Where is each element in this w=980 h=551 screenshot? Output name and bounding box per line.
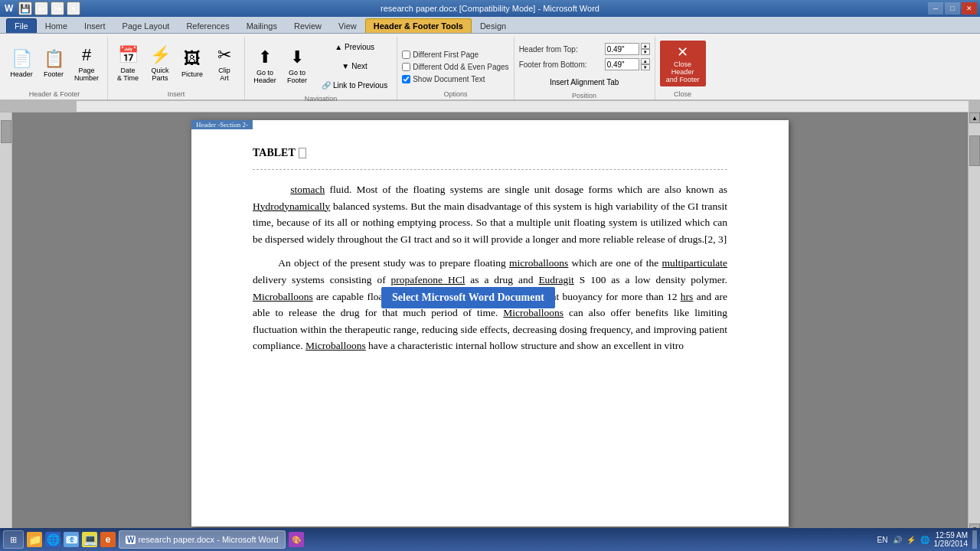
close-btn[interactable]: ✕ xyxy=(962,2,977,15)
insert-buttons: 📅 Date& Time ⚡ QuickParts 🖼 Picture ✂ Cl… xyxy=(113,38,240,89)
show-document-text-checkbox[interactable]: Show Document Text xyxy=(402,75,508,83)
undo-quick-btn[interactable]: ↩ xyxy=(34,2,48,15)
different-odd-even-label: Different Odd & Even Pages xyxy=(413,63,508,71)
ribbon-group-close: ✕ Close Headerand Footer Close xyxy=(657,37,710,99)
go-to-footer-btn[interactable]: ⬇ Go toFooter xyxy=(282,43,312,89)
document-body[interactable]: stomach fluid. Most of the floating syst… xyxy=(253,181,727,354)
vertical-scrollbar[interactable]: ▲ ▼ xyxy=(968,112,980,534)
link-icon: 🔗 xyxy=(322,81,331,90)
minimize-btn[interactable]: ─ xyxy=(928,2,943,15)
volume-icon[interactable]: 🔊 xyxy=(893,536,902,544)
previous-btn[interactable]: ▲ Previous xyxy=(317,38,392,55)
link-microballoons-2[interactable]: Microballoons xyxy=(253,291,313,302)
taskbar-word-window[interactable]: W research paper.docx - Microsoft Word xyxy=(119,530,286,549)
link-eudragit[interactable]: Eudragit xyxy=(538,274,574,285)
picture-btn[interactable]: 🖼 Picture xyxy=(177,41,207,86)
save-quick-btn[interactable]: 💾 xyxy=(18,2,32,15)
paragraph-1: stomach fluid. Most of the floating syst… xyxy=(253,181,727,247)
quick-parts-label: QuickParts xyxy=(152,67,169,82)
tab-design[interactable]: Design xyxy=(472,18,514,33)
date-time-btn[interactable]: 📅 Date& Time xyxy=(113,41,143,86)
header-btn[interactable]: 📄 Header xyxy=(6,41,37,86)
header-from-top-label: Header from Top: xyxy=(519,45,603,54)
ribbon: 📄 Header 📋 Footer # PageNumber Header & … xyxy=(0,34,980,101)
header-top-down-arrow[interactable]: ▼ xyxy=(641,49,650,55)
different-first-page-checkbox[interactable]: Different First Page xyxy=(402,51,508,59)
date-time-label: Date& Time xyxy=(117,67,139,82)
link-propafenone[interactable]: propafenone HCl xyxy=(391,274,466,285)
clock: 12:59 AM 1/28/2014 xyxy=(934,531,969,548)
footer-bottom-down-arrow[interactable]: ▼ xyxy=(641,64,650,70)
show-document-text-input[interactable] xyxy=(402,75,410,83)
footer-bottom-up-arrow[interactable]: ▲ xyxy=(641,58,650,64)
taskbar-app-email[interactable]: 📧 xyxy=(64,532,79,547)
show-desktop-btn[interactable] xyxy=(972,530,977,549)
close-header-footer-btn[interactable]: ✕ Close Headerand Footer xyxy=(660,41,706,86)
header-from-top-input[interactable] xyxy=(605,43,639,55)
taskbar-app-paint[interactable]: 🎨 xyxy=(289,532,304,547)
link-stomach[interactable]: stomach xyxy=(290,184,325,195)
scroll-up-btn[interactable]: ▲ xyxy=(969,112,980,123)
tab-page-layout[interactable]: Page Layout xyxy=(114,18,178,33)
taskbar: ⊞ 📁 🌐 📧 💻 e W research paper.docx - Micr… xyxy=(0,528,980,551)
page-number-btn[interactable]: # PageNumber xyxy=(70,41,103,86)
header-footer-group-label: Header & Footer xyxy=(6,89,103,98)
next-btn[interactable]: ▼ Next xyxy=(317,57,392,74)
header-top-up-arrow[interactable]: ▲ xyxy=(641,43,650,49)
taskbar-app-browser2[interactable]: e xyxy=(100,532,116,547)
tab-view[interactable]: View xyxy=(330,18,365,33)
link-to-previous-btn[interactable]: 🔗 Link to Previous xyxy=(317,77,392,93)
show-document-text-label: Show Document Text xyxy=(413,75,485,83)
vertical-scroll-thumb-left[interactable] xyxy=(1,120,11,143)
taskbar-app-explorer2[interactable]: 💻 xyxy=(82,532,97,547)
start-button[interactable]: ⊞ xyxy=(3,530,24,549)
footer-bottom-arrows: ▲ ▼ xyxy=(641,58,650,70)
previous-icon: ▲ xyxy=(335,43,342,51)
taskbar-left: ⊞ 📁 🌐 📧 💻 e W research paper.docx - Micr… xyxy=(3,530,304,549)
qa-dropdown[interactable]: ▼ xyxy=(67,2,80,15)
different-first-page-input[interactable] xyxy=(402,51,410,59)
ribbon-group-options: Different First Page Different Odd & Eve… xyxy=(399,37,514,99)
link-multiparticulate[interactable]: multiparticulate xyxy=(662,257,727,269)
link-microballoons-3[interactable]: Microballoons xyxy=(503,307,564,318)
footer-btn-label: Footer xyxy=(44,70,64,78)
network-icon: 🌐 xyxy=(920,536,929,544)
position-group-label: Position xyxy=(519,90,650,99)
tab-file[interactable]: File xyxy=(6,18,37,33)
footer-btn[interactable]: 📋 Footer xyxy=(38,41,69,86)
word-logo: W xyxy=(5,3,13,14)
tab-review[interactable]: Review xyxy=(286,18,330,33)
title-bar: W 💾 ↩ ↪ ▼ research paper.docx [Compatibi… xyxy=(0,0,980,17)
link-hydrodynamically[interactable]: Hydrodynamically xyxy=(253,201,330,212)
tab-insert[interactable]: Insert xyxy=(76,18,114,33)
link-label: Link to Previous xyxy=(333,81,387,90)
insert-alignment-tab-btn[interactable]: Insert Alignment Tab xyxy=(519,73,650,90)
different-odd-even-checkbox[interactable]: Different Odd & Even Pages xyxy=(402,63,508,71)
different-first-page-label: Different First Page xyxy=(413,51,479,59)
tab-header-footer-tools[interactable]: Header & Footer Tools xyxy=(365,18,472,33)
page-number-icon: # xyxy=(82,45,91,65)
go-to-header-btn[interactable]: ⬆ Go toHeader xyxy=(250,43,280,89)
different-odd-even-input[interactable] xyxy=(402,63,410,71)
footer-from-bottom-input[interactable] xyxy=(605,58,639,70)
taskbar-app-explorer[interactable]: 📁 xyxy=(27,532,42,547)
redo-quick-btn[interactable]: ↪ xyxy=(51,2,64,15)
page-number-label: PageNumber xyxy=(74,67,99,82)
tab-home[interactable]: Home xyxy=(37,18,76,33)
goto-footer-label: Go toFooter xyxy=(287,69,307,84)
scroll-thumb[interactable] xyxy=(969,135,980,166)
taskbar-app-browser1[interactable]: 🌐 xyxy=(45,532,60,547)
ribbon-group-position: Header from Top: ▲ ▼ Footer from Bottom:… xyxy=(516,37,655,99)
ribbon-group-navigation: ⬆ Go toHeader ⬇ Go toFooter ▲ Previous ▼… xyxy=(247,37,397,99)
goto-header-icon: ⬆ xyxy=(258,47,272,67)
link-microballoons-1[interactable]: microballoons xyxy=(509,257,568,269)
tab-references[interactable]: References xyxy=(178,18,237,33)
maximize-btn[interactable]: □ xyxy=(945,2,960,15)
quick-parts-icon: ⚡ xyxy=(150,45,171,65)
link-microballoons-4[interactable]: Microballoons xyxy=(305,340,366,351)
link-hrs[interactable]: hrs xyxy=(681,291,694,302)
select-microsoft-word-popup[interactable]: Select Microsoft Word Document xyxy=(381,287,555,308)
quick-parts-btn[interactable]: ⚡ QuickParts xyxy=(145,41,175,86)
tab-mailings[interactable]: Mailings xyxy=(238,18,286,33)
clip-art-btn[interactable]: ✂ ClipArt xyxy=(209,41,240,86)
